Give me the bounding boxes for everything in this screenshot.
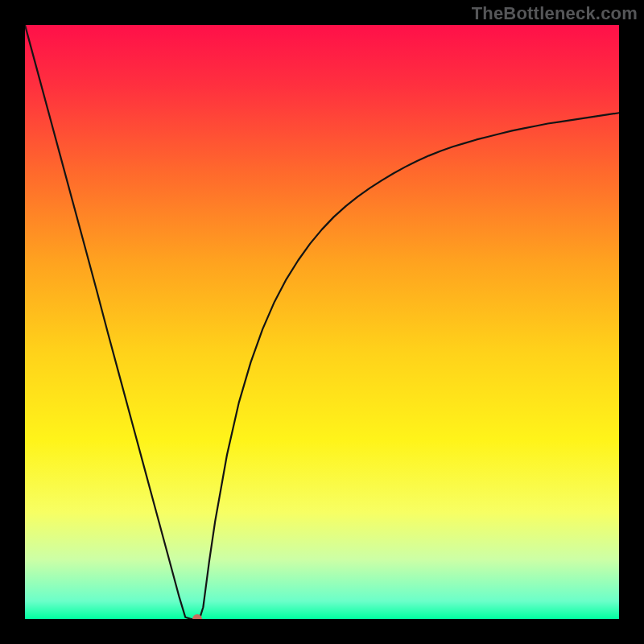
gradient-background [25, 25, 619, 619]
watermark-label: TheBottleneck.com [472, 3, 638, 24]
chart-area [25, 25, 619, 619]
chart-svg [25, 25, 619, 619]
